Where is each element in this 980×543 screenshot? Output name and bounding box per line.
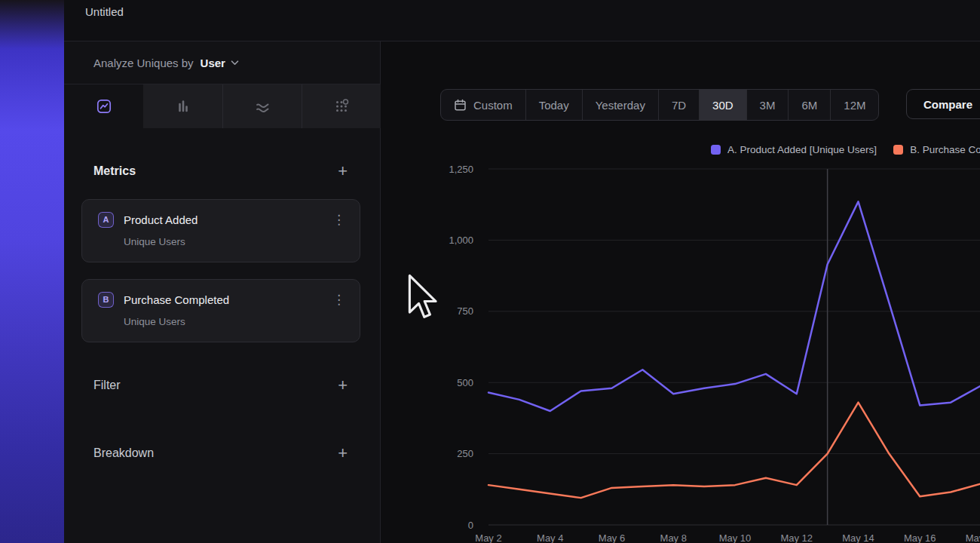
analyze-by-value: User: [201, 57, 225, 69]
document-title[interactable]: Untitled: [85, 5, 124, 18]
range-6m-button[interactable]: 6M: [788, 90, 830, 120]
metric-card-a[interactable]: A Product Added ⋮ Unique Users: [81, 199, 360, 262]
range-30d-button[interactable]: 30D: [699, 90, 746, 120]
x-tick-label: May 12: [780, 532, 813, 543]
grid-dots-icon: [333, 98, 350, 115]
filter-header: Filter: [93, 379, 121, 392]
metric-card-a-header: A Product Added ⋮: [98, 210, 348, 229]
y-tick-label: 250: [457, 448, 473, 459]
y-tick-label: 500: [457, 377, 473, 388]
analyze-by-row: Analyze Uniques by User: [64, 41, 381, 84]
compare-button[interactable]: Compare: [906, 89, 980, 119]
legend-item[interactable]: A. Product Added [Unique Users]: [711, 144, 877, 155]
metric-badge-b: B: [98, 292, 114, 308]
tab-bar-chart[interactable]: [143, 84, 222, 128]
legend-item[interactable]: B. Purchase Completed [Unique Users]: [893, 144, 980, 155]
x-tick-label: May 16: [904, 532, 936, 543]
metric-title-a: Product Added: [124, 213, 198, 226]
tab-grid-view[interactable]: [302, 84, 381, 128]
breakdown-row: Breakdown +: [64, 441, 381, 465]
add-metric-button[interactable]: +: [338, 164, 348, 179]
metric-title-b: Purchase Completed: [124, 293, 229, 306]
x-tick-label: May 2: [475, 532, 501, 543]
date-range-group: Custom Today Yesterday 7D 30D 3M 6M 12M: [440, 89, 879, 121]
legend-swatch: [893, 145, 903, 155]
metric-card-b[interactable]: B Purchase Completed ⋮ Unique Users: [81, 279, 360, 342]
chevron-down-icon: [231, 60, 239, 66]
kebab-menu-icon[interactable]: ⋮: [330, 293, 348, 306]
add-breakdown-button[interactable]: +: [338, 446, 348, 461]
metrics-header-row: Metrics +: [64, 159, 381, 183]
analyze-by-dropdown[interactable]: User: [201, 57, 239, 69]
metric-subtitle-b[interactable]: Unique Users: [124, 316, 348, 327]
flow-icon: [254, 98, 271, 115]
tab-line-chart[interactable]: [64, 84, 143, 128]
legend-label: A. Product Added [Unique Users]: [727, 144, 877, 155]
kebab-menu-icon[interactable]: ⋮: [330, 213, 348, 226]
range-custom-label: Custom: [473, 99, 513, 112]
left-gradient-rail: [0, 0, 64, 543]
x-tick-label: May 14: [842, 532, 874, 543]
x-tick-label: May 6: [599, 532, 625, 543]
metric-subtitle-a[interactable]: Unique Users: [124, 236, 348, 247]
range-custom-button[interactable]: Custom: [441, 90, 525, 120]
filter-row: Filter +: [64, 373, 381, 397]
x-tick-label: May 4: [537, 532, 563, 543]
calendar-icon: [454, 99, 467, 112]
y-tick-label: 750: [457, 305, 473, 317]
y-tick-label: 1,250: [449, 164, 473, 175]
range-yesterday-button[interactable]: Yesterday: [582, 90, 658, 120]
range-today-button[interactable]: Today: [525, 90, 582, 120]
range-7d-button[interactable]: 7D: [658, 90, 699, 120]
top-bar: Untitled: [64, 0, 980, 41]
mouse-cursor: [406, 273, 437, 323]
chart-legend: A. Product Added [Unique Users]B. Purcha…: [711, 144, 980, 155]
x-tick-label: May 10: [719, 532, 752, 543]
breakdown-header: Breakdown: [93, 446, 154, 460]
line-chart-icon: [96, 98, 112, 115]
series-line: [488, 201, 980, 411]
chart-panel: 02505007501,0001,250May 2May 4May 6May 8…: [381, 41, 980, 543]
legend-swatch: [711, 145, 721, 155]
metric-badge-a: A: [98, 212, 114, 228]
range-3m-button[interactable]: 3M: [746, 90, 789, 120]
metrics-header: Metrics: [93, 164, 136, 178]
x-tick-label: May 8: [660, 532, 687, 543]
metric-card-b-header: B Purchase Completed ⋮: [98, 290, 348, 309]
x-tick-label: May 18: [966, 532, 980, 543]
analyze-by-label: Analyze Uniques by: [93, 57, 194, 69]
series-line: [488, 403, 980, 498]
tab-flow-chart[interactable]: [222, 84, 302, 128]
legend-label: B. Purchase Completed [Unique Users]: [910, 144, 980, 155]
y-tick-label: 0: [468, 520, 473, 531]
sidebar: Analyze Uniques by User: [64, 41, 381, 543]
add-filter-button[interactable]: +: [338, 378, 348, 393]
y-tick-label: 1,000: [449, 235, 473, 246]
bar-chart-icon: [175, 98, 191, 115]
chart-type-tabs: [64, 84, 381, 128]
range-12m-button[interactable]: 12M: [830, 90, 878, 120]
